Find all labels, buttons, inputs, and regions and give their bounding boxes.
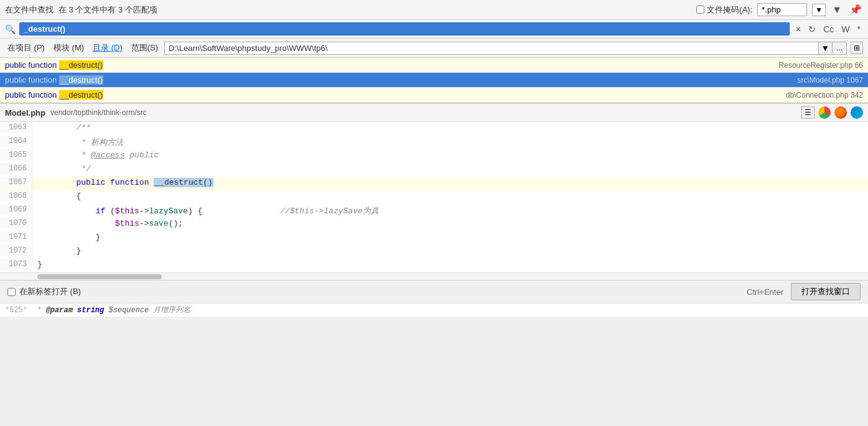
line-num-1065: 1065 bbox=[0, 149, 32, 160]
preview-bar: *525* * @param string $sequence 月增序列名 bbox=[0, 303, 868, 317]
bottom-left: 在新标签打开 (B) bbox=[7, 286, 81, 297]
bottom-bar: 在新标签打开 (B) Ctrl+Enter 打开查找窗口 bbox=[0, 280, 868, 303]
scope-directory-btn[interactable]: 目录 (D) bbox=[90, 41, 125, 55]
line-num-1064: 1064 bbox=[0, 136, 32, 147]
line-num-1063: 1063 bbox=[0, 122, 32, 133]
line-code-1065: * @access public bbox=[32, 149, 868, 161]
search-title: 在文件中查找 bbox=[5, 4, 54, 16]
code-line-1064: 1064 * 析构方法 bbox=[0, 136, 868, 149]
search-input-wrapper[interactable]: _destruct() bbox=[19, 22, 790, 35]
scope-module-btn[interactable]: 模块 (M) bbox=[51, 41, 86, 55]
table-row[interactable]: public function __destruct() db\Connecti… bbox=[0, 88, 868, 103]
scope-path-browse-btn[interactable]: ... bbox=[832, 42, 846, 53]
scope-range-btn[interactable]: 范围(S) bbox=[129, 41, 161, 55]
preview-linenum: *525* bbox=[5, 306, 27, 315]
preview-param-keyword: @param bbox=[46, 306, 77, 315]
line-code-1070: $this->save(); bbox=[32, 218, 868, 229]
result-match-1: __destruct() bbox=[59, 60, 103, 70]
result-file-2: src\Model.php 1067 bbox=[798, 76, 863, 85]
preview-type: string bbox=[77, 306, 108, 315]
line-num-1069: 1069 bbox=[0, 204, 32, 215]
line-num-1072: 1072 bbox=[0, 245, 32, 256]
result-prefix-3: public function bbox=[5, 90, 59, 100]
code-line-1063: 1063 /** bbox=[0, 122, 868, 136]
bottom-right: Ctrl+Enter 打开查找窗口 bbox=[747, 283, 861, 300]
result-match-3: __destruct() bbox=[59, 90, 103, 100]
file-mask-checkbox[interactable] bbox=[696, 6, 704, 14]
table-row[interactable]: public function __destruct() src\Model.p… bbox=[0, 73, 868, 88]
line-code-1063: /** bbox=[32, 122, 868, 134]
scrollbar-area bbox=[0, 272, 868, 280]
line-num-1067: 1067 bbox=[0, 177, 32, 188]
line-code-1068: { bbox=[32, 190, 868, 202]
search-icon: 🔍 bbox=[5, 24, 16, 34]
code-header-actions: ☰ bbox=[801, 106, 863, 119]
line-num-1073: 1073 bbox=[0, 259, 32, 270]
line-code-1066: */ bbox=[32, 163, 868, 175]
preview-content: * @param string $sequence 月增序列名 bbox=[37, 306, 190, 315]
code-line-1066: 1066 */ bbox=[0, 163, 868, 177]
open-new-tab-label: 在新标签打开 (B) bbox=[19, 286, 81, 297]
line-code-1067: public function __destruct() bbox=[32, 177, 868, 188]
result-file-1: ResourceRegister.php 66 bbox=[779, 61, 863, 70]
file-mask-dropdown-btn[interactable]: ▼ bbox=[812, 4, 826, 16]
result-file-3: db\Connection.php 342 bbox=[786, 91, 863, 100]
top-bar-right: 文件掩码(A): ▼ ▼ 📌 bbox=[696, 2, 863, 17]
code-line-1073: 1073 } bbox=[0, 259, 868, 272]
scope-expand-btn[interactable]: ⊞ bbox=[851, 42, 863, 54]
search-actions: × ↻ Cc W * bbox=[793, 23, 863, 35]
chrome-icon[interactable] bbox=[818, 106, 831, 119]
firefox-icon[interactable] bbox=[834, 106, 847, 119]
result-text-1: public function __destruct() bbox=[5, 60, 769, 70]
result-text-3: public function __destruct() bbox=[5, 90, 776, 100]
preview-description: 月增序列名 bbox=[153, 306, 190, 315]
search-refresh-btn[interactable]: ↻ bbox=[806, 23, 818, 35]
line-code-1071: } bbox=[32, 231, 868, 243]
scrollbar-thumb[interactable] bbox=[37, 274, 162, 279]
code-line-1070: 1070 $this->save(); bbox=[0, 218, 868, 231]
open-new-tab-checkbox[interactable] bbox=[7, 288, 16, 296]
pin-icon-btn[interactable]: 📌 bbox=[848, 2, 863, 17]
scope-path-wrapper: D:\Learn\SoftWare\phpstudy_pro\WWW\tp6\ … bbox=[164, 42, 847, 55]
code-line-1072: 1072 } bbox=[0, 245, 868, 259]
results-list: public function __destruct() ResourceReg… bbox=[0, 58, 868, 103]
match-info: 在 3 个文件中有 3 个匹配项 bbox=[58, 4, 157, 16]
line-num-1071: 1071 bbox=[0, 231, 32, 243]
result-text-2: public function __destruct() bbox=[5, 75, 788, 85]
line-code-1069: if ($this->lazySave) { //$this->lazySave… bbox=[32, 204, 868, 218]
code-line-1067: 1067 public function __destruct() bbox=[0, 177, 868, 190]
result-prefix-2: public function bbox=[5, 75, 59, 85]
table-row[interactable]: public function __destruct() ResourceReg… bbox=[0, 58, 868, 73]
code-list-icon-btn[interactable]: ☰ bbox=[801, 106, 814, 119]
scope-path-dropdown-btn[interactable]: ▼ bbox=[818, 42, 832, 54]
search-w-btn[interactable]: W bbox=[839, 23, 852, 35]
top-bar-left: 在文件中查找 在 3 个文件中有 3 个匹配项 bbox=[5, 4, 157, 16]
file-mask-label: 文件掩码(A): bbox=[696, 4, 752, 16]
search-cc-btn[interactable]: Cc bbox=[821, 23, 836, 35]
search-asterisk-btn[interactable]: * bbox=[855, 23, 863, 35]
line-num-1068: 1068 bbox=[0, 190, 32, 201]
preview-varname: $sequence bbox=[108, 306, 153, 315]
result-match-2: __destruct() bbox=[59, 75, 103, 85]
preview-param-tag: * bbox=[37, 306, 45, 315]
shortcut-hint: Ctrl+Enter bbox=[747, 287, 783, 297]
scope-project-btn[interactable]: 在项目 (P) bbox=[5, 41, 47, 55]
result-prefix-1: public function bbox=[5, 60, 59, 70]
line-num-1066: 1066 bbox=[0, 163, 32, 174]
scope-bar: 在项目 (P) 模块 (M) 目录 (D) 范围(S) D:\Learn\Sof… bbox=[0, 39, 868, 58]
search-query: _destruct() bbox=[24, 24, 65, 34]
search-clear-btn[interactable]: × bbox=[793, 23, 803, 35]
line-num-1070: 1070 bbox=[0, 218, 32, 229]
line-code-1064: * 析构方法 bbox=[32, 136, 868, 149]
top-bar: 在文件中查找 在 3 个文件中有 3 个匹配项 文件掩码(A): ▼ ▼ 📌 bbox=[0, 0, 868, 20]
file-mask-input[interactable] bbox=[757, 3, 807, 16]
code-filename: Model.php bbox=[5, 108, 45, 118]
code-line-1068: 1068 { bbox=[0, 190, 868, 204]
edge-icon[interactable] bbox=[851, 106, 863, 119]
open-search-window-btn[interactable]: 打开查找窗口 bbox=[791, 283, 861, 300]
code-line-1065: 1065 * @access public bbox=[0, 149, 868, 163]
filter-icon-btn[interactable]: ▼ bbox=[831, 3, 843, 17]
code-panel: Model.php vendor/topthink/think-orm/src … bbox=[0, 103, 868, 280]
code-content: 1063 /** 1064 * 析构方法 1065 * @access publ… bbox=[0, 122, 868, 272]
code-filepath: vendor/topthink/think-orm/src bbox=[50, 108, 147, 117]
